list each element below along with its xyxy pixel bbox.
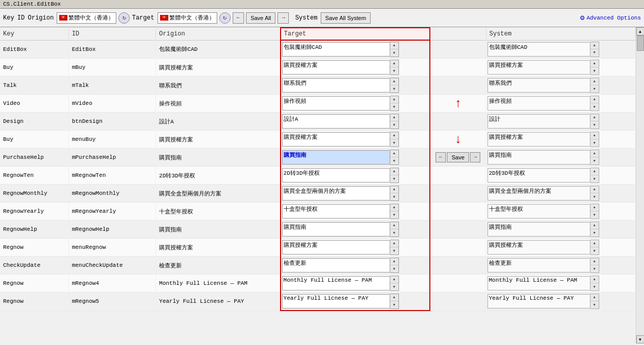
cell-id: mPurchaseHelp xyxy=(68,149,155,167)
spin-down-btn[interactable]: ▼ xyxy=(390,175,398,183)
target-textarea[interactable] xyxy=(282,168,390,183)
system-spin-up[interactable]: ▲ xyxy=(590,222,599,229)
system-spin-up[interactable]: ▲ xyxy=(590,42,599,49)
scroll-down-icon: ▼ xyxy=(639,337,641,342)
system-spin-down[interactable]: ▼ xyxy=(590,229,599,237)
target-textarea[interactable] xyxy=(282,222,390,237)
system-spin-down[interactable]: ▼ xyxy=(590,139,599,147)
spin-down-btn[interactable]: ▼ xyxy=(390,157,398,165)
spin-down-btn[interactable]: ▼ xyxy=(390,265,398,273)
save-all-btn[interactable]: Save All xyxy=(246,12,276,24)
spin-up-btn[interactable]: ▲ xyxy=(390,186,398,193)
advanced-options-btn[interactable]: ⚙ Advanced Options xyxy=(580,13,641,22)
spin-up-btn[interactable]: ▲ xyxy=(390,132,398,139)
spin-down-btn[interactable]: ▼ xyxy=(390,211,398,219)
system-spin-up[interactable]: ▲ xyxy=(590,258,599,265)
spin-down-btn[interactable]: ▼ xyxy=(390,283,398,290)
origin-lang-selector[interactable]: 🇭🇰 繁體中文（香港） xyxy=(57,12,116,24)
spin-up-btn[interactable]: ▲ xyxy=(390,294,398,301)
spin-down-btn[interactable]: ▼ xyxy=(390,247,398,255)
system-spin-down[interactable]: ▼ xyxy=(590,49,599,57)
spin-down-btn[interactable]: ▼ xyxy=(390,193,398,201)
target-textarea[interactable] xyxy=(282,294,390,308)
system-spin-up[interactable]: ▲ xyxy=(590,204,599,211)
spin-down-btn[interactable]: ▼ xyxy=(390,103,398,111)
system-spin-up[interactable]: ▲ xyxy=(590,276,599,283)
system-spin-down[interactable]: ▼ xyxy=(590,103,599,111)
system-spin-up[interactable]: ▲ xyxy=(590,294,599,301)
target-textarea[interactable] xyxy=(282,42,390,57)
target-textarea[interactable] xyxy=(282,132,390,147)
spin-down-btn[interactable]: ▼ xyxy=(390,301,398,308)
spin-up-btn[interactable]: ▲ xyxy=(390,150,398,157)
target-textarea[interactable] xyxy=(282,150,390,165)
save-inline-btn[interactable]: Save xyxy=(447,152,469,162)
target-textarea[interactable] xyxy=(282,186,390,201)
system-spin-down[interactable]: ▼ xyxy=(590,67,599,75)
scroll-thumb[interactable] xyxy=(637,35,644,51)
system-spin-down[interactable]: ▼ xyxy=(590,211,599,219)
spin-down-btn[interactable]: ▼ xyxy=(390,229,398,237)
spin-up-btn[interactable]: ▲ xyxy=(390,168,398,175)
cell-origin: 購買授權方案 xyxy=(156,239,281,257)
spin-down-btn[interactable]: ▼ xyxy=(390,49,398,57)
table-row: RegnowmRegnow4Monthly Full License — PAM… xyxy=(0,275,636,293)
spin-up-btn[interactable]: ▲ xyxy=(390,222,398,229)
spin-up-btn[interactable]: ▲ xyxy=(390,276,398,283)
system-spin-down[interactable]: ▼ xyxy=(590,157,599,165)
system-textarea xyxy=(488,204,590,219)
system-spin-up[interactable]: ▲ xyxy=(590,150,599,157)
toolbar: Key ID Origion 🇭🇰 繁體中文（香港） ↻ Target 🇭🇰 繁… xyxy=(0,9,644,27)
col-header-system: System xyxy=(486,28,636,40)
spin-up-btn[interactable]: ▲ xyxy=(390,60,398,67)
save-all-system-btn[interactable]: Save All System xyxy=(321,12,371,24)
spin-up-btn[interactable]: ▲ xyxy=(390,258,398,265)
right-arrow-btn[interactable]: → xyxy=(277,12,289,24)
system-spin-up[interactable]: ▲ xyxy=(590,186,599,193)
system-spin-down[interactable]: ▼ xyxy=(590,121,599,129)
spin-down-btn[interactable]: ▼ xyxy=(390,121,398,129)
right-nav-arrow[interactable]: → xyxy=(470,152,480,162)
target-refresh-btn[interactable]: ↻ xyxy=(219,12,231,24)
system-spin-down[interactable]: ▼ xyxy=(590,175,599,183)
table-container[interactable]: Key ID Origion Target System EditBoxEdit… xyxy=(0,27,636,343)
scroll-up-btn[interactable]: ▲ xyxy=(636,27,645,35)
system-spin-up[interactable]: ▲ xyxy=(590,114,599,121)
system-spin-up[interactable]: ▲ xyxy=(590,60,599,67)
target-textarea[interactable] xyxy=(282,258,390,273)
target-lang-selector[interactable]: 🇭🇰 繁體中文（香港） xyxy=(158,12,217,24)
spin-up-btn[interactable]: ▲ xyxy=(390,204,398,211)
system-spin-down[interactable]: ▼ xyxy=(590,85,599,93)
target-textarea[interactable] xyxy=(282,114,390,129)
system-spin-up[interactable]: ▲ xyxy=(590,96,599,103)
spin-up-btn[interactable]: ▲ xyxy=(390,78,398,85)
spin-up-btn[interactable]: ▲ xyxy=(390,96,398,103)
target-textarea[interactable] xyxy=(282,60,390,75)
spin-down-btn[interactable]: ▼ xyxy=(390,67,398,75)
target-textarea[interactable] xyxy=(282,96,390,111)
spin-down-btn[interactable]: ▼ xyxy=(390,85,398,93)
spin-up-btn[interactable]: ▲ xyxy=(390,240,398,247)
system-spin-down[interactable]: ▼ xyxy=(590,247,599,255)
system-spin-up[interactable]: ▲ xyxy=(590,240,599,247)
left-arrow-btn[interactable]: ← xyxy=(233,12,244,24)
spin-down-btn[interactable]: ▼ xyxy=(390,139,398,147)
target-textarea[interactable] xyxy=(282,78,390,93)
system-spin-down[interactable]: ▼ xyxy=(590,265,599,273)
system-spin-down[interactable]: ▼ xyxy=(590,193,599,201)
cell-arrows xyxy=(430,293,486,311)
target-textarea[interactable] xyxy=(282,240,390,255)
target-textarea[interactable] xyxy=(282,204,390,219)
right-scrollbar[interactable]: ▲ ▼ xyxy=(636,27,644,343)
system-spin-up[interactable]: ▲ xyxy=(590,132,599,139)
spin-up-btn[interactable]: ▲ xyxy=(390,42,398,49)
origin-refresh-btn[interactable]: ↻ xyxy=(118,12,130,24)
left-nav-arrow[interactable]: ← xyxy=(436,152,446,162)
target-textarea[interactable] xyxy=(282,276,390,290)
system-spin-down[interactable]: ▼ xyxy=(590,301,599,308)
scroll-down-btn[interactable]: ▼ xyxy=(636,335,645,343)
system-spin-up[interactable]: ▲ xyxy=(590,168,599,175)
system-spin-down[interactable]: ▼ xyxy=(590,283,599,290)
system-spin-up[interactable]: ▲ xyxy=(590,78,599,85)
spin-up-btn[interactable]: ▲ xyxy=(390,114,398,121)
